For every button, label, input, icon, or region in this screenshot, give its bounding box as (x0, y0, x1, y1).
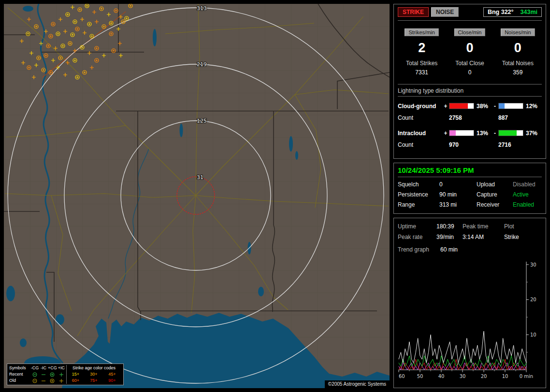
receiver-status: Enabled (513, 201, 542, 208)
range-label: Range (398, 201, 439, 208)
trend-window-value: 60 min (440, 246, 542, 253)
svg-text:50: 50 (417, 374, 423, 379)
total-close-label: Total Close (446, 60, 493, 67)
legend-symbols-title: Symbols (9, 365, 30, 371)
circle-minus-icon (30, 378, 39, 384)
age-code-75: 75+ (85, 378, 103, 384)
age-code-45: 45+ (103, 371, 121, 378)
svg-text:30: 30 (530, 262, 536, 267)
status-box: 10/24/2025 5:09:16 PM Squelch 0 Upload D… (393, 163, 546, 214)
plot-value: Strike (504, 234, 542, 240)
svg-text:0 min: 0 min (520, 374, 533, 379)
bearing-readout: Bng 322° 343mi (483, 7, 542, 17)
minus-sign: - (492, 130, 497, 137)
svg-text:60: 60 (399, 374, 405, 379)
upload-label: Upload (477, 181, 513, 188)
plus-sign: + (443, 130, 448, 137)
close-per-min-value: 0 (446, 41, 493, 56)
minus-icon (39, 372, 48, 378)
rates-row: Strikes/min 2 Total Strikes 7331 Close/m… (398, 28, 542, 76)
total-noises-label: Total Noises (494, 60, 542, 67)
total-strikes-label: Total Strikes (398, 60, 446, 67)
minus-icon (39, 378, 48, 384)
copyright-text: ©2005 Astrogenic Systems (325, 380, 390, 388)
uptime-value: 180:39 (436, 223, 463, 230)
legend-col-neg-cg: -CG (30, 365, 39, 371)
plus-icon (57, 378, 66, 384)
noises-per-min-column: Noises/min 0 Total Noises 359 (494, 28, 542, 76)
cloud-ground-label: Cloud-ground (398, 103, 442, 110)
ic-positive-bar (449, 130, 474, 136)
cloud-ground-count-row: Count 2758 887 (398, 112, 542, 124)
map-svg[interactable]: 313 219 125 31 (4, 4, 390, 388)
plus-sign: + (443, 103, 448, 110)
peak-time-label: Peak time (463, 223, 504, 230)
cg-negative-count: 887 (498, 114, 542, 121)
strikes-per-min-label: Strikes/min (405, 28, 438, 36)
ic-negative-bar (498, 130, 523, 136)
divider (398, 96, 542, 97)
total-strikes-value: 7331 (398, 69, 446, 76)
persistence-value: 90 min (439, 191, 477, 198)
legend-col-pos-cg: +CG (48, 365, 57, 371)
age-code-60: 60+ (66, 378, 85, 384)
cg-negative-percent: 12% (524, 103, 542, 110)
ic-negative-bar-fill (499, 130, 517, 136)
counters-box: STRIKE NOISE Bng 322° 343mi Strikes/min … (393, 4, 546, 159)
ic-negative-percent: 37% (524, 130, 542, 137)
ic-positive-bar-fill (449, 130, 456, 136)
receiver-label: Receiver (477, 201, 513, 208)
nexstorm-window: 313 219 125 31 Symbols -CG -IC +CG +IC S… (0, 0, 550, 392)
peak-rate-label: Peak rate (398, 234, 436, 240)
legend-age-title: Strike age color codes (66, 365, 121, 371)
strikes-per-min-value: 2 (398, 41, 446, 56)
legend-col-neg-ic: -IC (39, 365, 48, 371)
plus-icon (57, 372, 66, 378)
bearing-label: Bng 322° (488, 9, 514, 15)
lightning-map[interactable]: 313 219 125 31 Symbols -CG -IC +CG +IC S… (4, 4, 390, 388)
upload-status: Disabled (513, 181, 542, 188)
noises-per-min-label: Noises/min (501, 28, 535, 36)
trend-graph: 1020306050403020100 min (398, 260, 542, 381)
ic-negative-count: 2716 (498, 141, 542, 148)
svg-text:20: 20 (481, 374, 487, 379)
squelch-label: Squelch (398, 181, 439, 188)
intracloud-count-row: Count 970 2716 (398, 139, 542, 151)
peak-time-value: 3:14 AM (463, 234, 504, 240)
noises-per-min-value: 0 (494, 41, 542, 56)
datetime-display: 10/24/2025 5:09:16 PM (398, 166, 542, 177)
stats-box: Uptime 180:39 Peak time Plot Peak rate 3… (393, 218, 546, 388)
cloud-ground-row: Cloud-ground + 38% - 12% (398, 100, 542, 112)
header-row: STRIKE NOISE Bng 322° 343mi (398, 7, 542, 17)
strikes-per-min-column: Strikes/min 2 Total Strikes 7331 (398, 28, 446, 76)
trend-graph-label: Trend graph (398, 246, 440, 253)
uptime-label: Uptime (398, 223, 436, 230)
capture-status: Active (513, 191, 542, 198)
plot-label: Plot (504, 223, 542, 230)
svg-text:20: 20 (530, 297, 536, 302)
strike-button[interactable]: STRIKE (398, 7, 429, 17)
persistence-label: Persistence (398, 191, 439, 198)
cg-positive-bar (449, 103, 474, 109)
cg-positive-bar-fill (449, 103, 468, 109)
noise-button[interactable]: NOISE (431, 7, 459, 17)
ic-positive-count: 970 (449, 141, 492, 148)
svg-text:10: 10 (530, 332, 536, 337)
squelch-value: 0 (439, 181, 477, 188)
stats-grid: Uptime 180:39 Peak time Plot Peak rate 3… (398, 223, 542, 240)
svg-text:10: 10 (502, 374, 508, 379)
bearing-distance: 343mi (521, 9, 537, 15)
cg-negative-bar (498, 103, 523, 109)
cg-positive-percent: 38% (475, 103, 492, 110)
legend-col-pos-ic: +IC (57, 365, 66, 371)
peak-rate-value: 39/min (436, 234, 463, 240)
cg-negative-bar-fill (499, 103, 505, 109)
total-close-value: 0 (446, 69, 493, 76)
ring-label-31: 31 (197, 174, 203, 181)
minus-sign: - (492, 103, 497, 110)
legend-old-label: Old (9, 378, 30, 384)
total-noises-value: 359 (494, 69, 542, 76)
capture-label: Capture (477, 191, 513, 198)
ic-positive-percent: 13% (475, 130, 492, 137)
age-code-15: 15+ (66, 371, 85, 378)
